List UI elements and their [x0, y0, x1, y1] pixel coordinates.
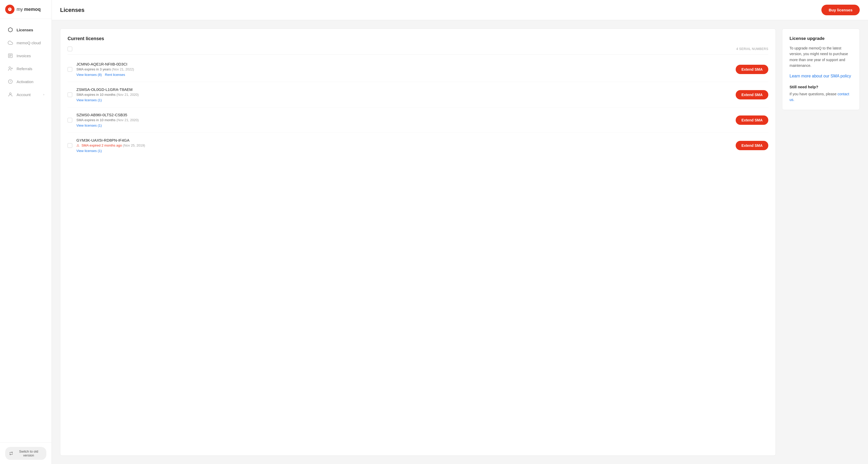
buy-licenses-button[interactable]: Buy licenses: [822, 5, 860, 15]
license-sma-3: SMA expires in 10 months (Nov 21, 2020): [76, 118, 736, 122]
sma-date-4: (Nov 25, 2019): [123, 144, 145, 147]
license-links-4: View licenses (1): [76, 149, 736, 153]
license-checkbox-2[interactable]: [68, 92, 72, 97]
header-check-area: [68, 47, 72, 51]
license-key-3: SZMS0-AB96I-0LTS2-CSB35: [76, 113, 736, 117]
licenses-panel-title: Current licenses: [68, 36, 768, 41]
chevron-right-icon: ›: [43, 93, 44, 96]
license-key-4: GYM3K-UAX5I-RD8PN-IF4GA: [76, 138, 736, 143]
content-area: Current licenses 4 SERIAL NUMBERS JCMN0-…: [52, 20, 868, 464]
cloud-icon: [7, 40, 13, 46]
licenses-header: 4 SERIAL NUMBERS: [68, 47, 768, 55]
still-need-help-title: Still need help?: [789, 85, 852, 89]
invoices-icon: [7, 53, 13, 59]
switch-to-old-version-button[interactable]: Switch to old version: [5, 447, 46, 460]
license-links-2: View licenses (1): [76, 98, 736, 102]
svg-point-10: [9, 93, 11, 94]
logo-icon: [5, 5, 14, 14]
view-licenses-link-4[interactable]: View licenses (1): [76, 149, 102, 153]
page-title: Licenses: [60, 7, 85, 13]
logo: my memoq: [0, 0, 52, 19]
sidebar-item-licenses[interactable]: Licenses: [2, 24, 50, 36]
sidebar-item-label-invoices: Invoices: [17, 54, 31, 58]
license-checkbox-4[interactable]: [68, 143, 72, 148]
upgrade-panel-title: License upgrade: [789, 36, 852, 41]
license-info-4: GYM3K-UAX5I-RD8PN-IF4GA ⚠ SMA expired 2 …: [76, 138, 736, 153]
extend-sma-button-2[interactable]: Extend SMA: [736, 90, 768, 99]
license-info-2: ZSMSA-OL0GD-L1GRA-T8AEM SMA expires in 1…: [76, 87, 736, 102]
license-info-1: JCMN0-AQE1R-NFIIB-0D3CI SMA expires in 3…: [76, 62, 736, 76]
license-sma-1: SMA expires in 3 years (Nov 21, 2022): [76, 67, 736, 71]
referrals-icon: [7, 65, 13, 72]
license-key-2: ZSMSA-OL0GD-L1GRA-T8AEM: [76, 87, 736, 92]
main-content: Licenses Buy licenses Current licenses 4…: [52, 0, 868, 464]
rent-licenses-link-1[interactable]: Rent licenses: [105, 73, 125, 76]
view-licenses-link-1[interactable]: View licenses (8): [76, 73, 102, 76]
sma-date-3: (Nov 21, 2020): [117, 118, 139, 122]
sma-status-2: SMA expires in 10 months: [76, 93, 116, 97]
sma-status-4: SMA expired 2 months ago: [82, 144, 122, 147]
account-icon: [7, 91, 13, 98]
sma-date-1: (Nov 21, 2022): [112, 67, 134, 71]
sidebar-item-label-licenses: Licenses: [17, 28, 33, 32]
licenses-icon: [7, 27, 13, 33]
table-row: JCMN0-AQE1R-NFIIB-0D3CI SMA expires in 3…: [68, 57, 768, 82]
extend-sma-button-4[interactable]: Extend SMA: [736, 141, 768, 150]
sma-status-3: SMA expires in 10 months: [76, 118, 116, 122]
serial-count-label: 4 SERIAL NUMBERS: [736, 47, 768, 51]
table-row: SZMS0-AB96I-0LTS2-CSB35 SMA expires in 1…: [68, 107, 768, 133]
page-header: Licenses Buy licenses: [52, 0, 868, 20]
upgrade-panel: License upgrade To upgrade memoQ to the …: [782, 29, 860, 110]
license-sma-2: SMA expires in 10 months (Nov 21, 2020): [76, 93, 736, 97]
view-licenses-link-2[interactable]: View licenses (1): [76, 98, 102, 102]
select-all-checkbox[interactable]: [68, 47, 72, 51]
sidebar-item-label-activation: Activation: [17, 80, 33, 84]
sidebar-item-invoices[interactable]: Invoices: [2, 50, 50, 62]
sidebar-item-label-referrals: Referrals: [17, 66, 32, 71]
sidebar-footer: Switch to old version: [0, 442, 52, 464]
upgrade-panel-description: To upgrade memoQ to the latest version, …: [789, 45, 852, 69]
license-links-1: View licenses (8) Rent licenses: [76, 73, 736, 76]
license-sma-4: ⚠ SMA expired 2 months ago (Nov 25, 2019…: [76, 144, 736, 147]
extend-sma-button-1[interactable]: Extend SMA: [736, 65, 768, 74]
table-row: GYM3K-UAX5I-RD8PN-IF4GA ⚠ SMA expired 2 …: [68, 133, 768, 158]
sma-date-2: (Nov 21, 2020): [117, 93, 139, 97]
sma-policy-link[interactable]: Learn more about our SMA policy: [789, 74, 851, 78]
nav-menu: Licenses memoQ cloud Invoices: [0, 19, 52, 442]
warning-icon-4: ⚠: [76, 144, 80, 147]
extend-sma-button-3[interactable]: Extend SMA: [736, 116, 768, 125]
sidebar-item-referrals[interactable]: Referrals: [2, 62, 50, 75]
still-need-help-description: If you have questions, please contact us…: [789, 91, 852, 103]
switch-icon: [9, 451, 13, 456]
license-info-3: SZMS0-AB96I-0LTS2-CSB35 SMA expires in 1…: [76, 113, 736, 127]
sidebar-item-memoq-cloud[interactable]: memoQ cloud: [2, 36, 50, 49]
table-row: ZSMSA-OL0GD-L1GRA-T8AEM SMA expires in 1…: [68, 82, 768, 107]
license-key-1: JCMN0-AQE1R-NFIIB-0D3CI: [76, 62, 736, 66]
licenses-panel: Current licenses 4 SERIAL NUMBERS JCMN0-…: [60, 29, 776, 456]
sidebar-item-label-account: Account: [17, 92, 31, 97]
sidebar: my memoq Licenses memoQ cloud: [0, 0, 52, 464]
sidebar-item-account[interactable]: Account ›: [2, 88, 50, 101]
logo-text: my memoq: [17, 7, 41, 12]
sma-status-1: SMA expires in 3 years: [76, 67, 111, 71]
license-checkbox-1[interactable]: [68, 67, 72, 72]
activation-icon: [7, 79, 13, 85]
svg-point-4: [9, 67, 11, 69]
license-checkbox-3[interactable]: [68, 118, 72, 122]
switch-button-label: Switch to old version: [15, 450, 42, 457]
sidebar-item-label-cloud: memoQ cloud: [17, 41, 41, 45]
sidebar-item-activation[interactable]: Activation: [2, 75, 50, 88]
view-licenses-link-3[interactable]: View licenses (1): [76, 124, 102, 127]
license-links-3: View licenses (1): [76, 124, 736, 127]
